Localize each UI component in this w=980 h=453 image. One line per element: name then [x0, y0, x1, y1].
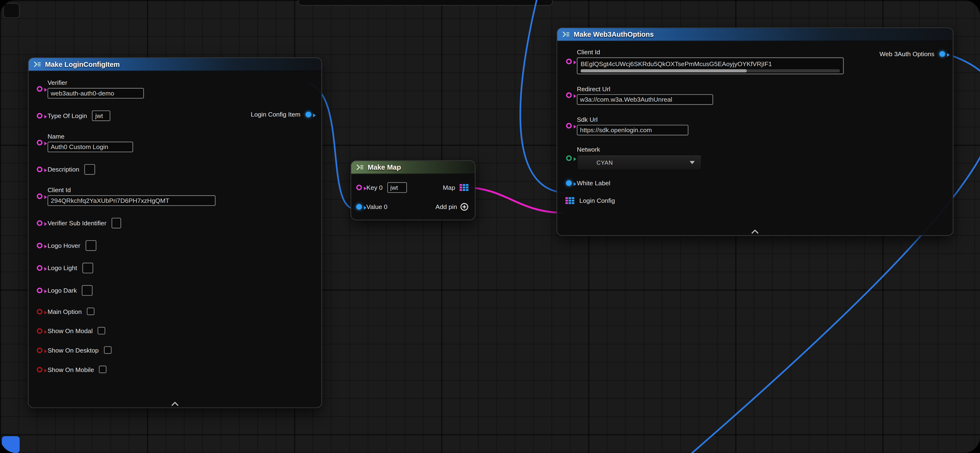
add-pin-button[interactable]: Add pin — [436, 203, 468, 211]
field-label: Redirect Url — [577, 86, 713, 92]
field-label: Sdk Url — [577, 116, 688, 123]
field-login-config: Login Config — [565, 197, 953, 204]
make-map-icon — [356, 163, 364, 171]
client-id-input[interactable] — [48, 195, 215, 206]
field-label: Login Config — [579, 197, 615, 204]
pin-name[interactable] — [37, 140, 43, 146]
field-main-option: Main Option — [37, 307, 321, 315]
pin-key-0[interactable] — [356, 185, 362, 190]
node-make-web3authoptions[interactable]: Make Web3AuthOptions Web 3Auth Options C… — [557, 27, 953, 236]
node-title: Make LoginConfigItem — [45, 60, 120, 68]
node-make-map[interactable]: Make Map Key 0 Map Value 0 Add pin — [350, 160, 476, 220]
description-input[interactable] — [84, 164, 95, 175]
field-show-on-desktop: Show On Desktop — [37, 346, 321, 354]
pin-client-id[interactable] — [566, 59, 572, 65]
field-label: Key 0 — [366, 184, 383, 191]
field-verifier: Verifier — [37, 79, 321, 98]
field-name: Name — [37, 133, 321, 152]
field-logo-light: Logo Light — [37, 263, 321, 273]
verifier-input[interactable] — [48, 88, 144, 98]
graph-canvas[interactable]: Make LoginConfigItem Login Config Item V… — [0, 0, 980, 453]
pin-logo-dark[interactable] — [37, 288, 43, 293]
field-label: Logo Dark — [48, 287, 76, 294]
field-label: Main Option — [48, 308, 81, 315]
field-label: Verifier — [48, 79, 144, 86]
sdk-url-input[interactable] — [577, 125, 688, 136]
make-struct-icon — [34, 60, 41, 68]
field-redirect-url: Redirect Url — [566, 86, 953, 105]
redirect-url-input[interactable] — [577, 94, 713, 105]
field-label: Show On Desktop — [48, 347, 99, 353]
pin-redirect-url[interactable] — [566, 92, 572, 98]
pin-value-0[interactable] — [356, 204, 362, 210]
make-struct-icon — [562, 30, 570, 38]
field-sdk-url: Sdk Url — [566, 116, 953, 136]
field-network: Network CYAN — [566, 146, 953, 170]
network-selected-value: CYAN — [597, 160, 690, 166]
main-option-checkbox[interactable] — [87, 307, 94, 315]
logo-light-input[interactable] — [82, 263, 93, 273]
chevron-down-icon — [690, 161, 695, 164]
field-client-id: Client Id — [37, 187, 321, 206]
field-label: Name — [48, 133, 133, 140]
client-id-input[interactable]: BEglQSgt4cUWcj6SKRdu5QkOXTsePmMcusG5EAoy… — [577, 57, 844, 74]
field-label: Logo Hover — [48, 242, 80, 249]
show-on-mobile-checkbox[interactable] — [99, 366, 107, 373]
field-label: Type Of Login — [48, 112, 87, 119]
pin-login-config-map[interactable] — [565, 197, 574, 204]
pin-show-on-desktop[interactable] — [37, 347, 43, 353]
logo-dark-input[interactable] — [82, 285, 92, 296]
field-logo-dark: Logo Dark — [37, 285, 321, 296]
field-label: Client Id — [577, 49, 844, 55]
field-description: Description — [37, 164, 321, 175]
map-row-key: Key 0 Map — [351, 182, 475, 193]
pin-white-label[interactable] — [566, 180, 572, 186]
output-pin-map[interactable] — [460, 184, 468, 191]
type-of-login-input[interactable] — [92, 111, 111, 121]
show-on-modal-checkbox[interactable] — [98, 327, 105, 334]
output-pin-label: Map — [443, 184, 455, 191]
key-0-input[interactable] — [387, 182, 407, 193]
pin-sdk-url[interactable] — [566, 123, 572, 129]
field-label: Network — [577, 146, 702, 153]
field-label: Logo Light — [48, 265, 77, 271]
node-header[interactable]: Make Map — [351, 161, 475, 174]
network-dropdown[interactable]: CYAN — [577, 155, 702, 170]
collapse-button[interactable] — [171, 402, 179, 406]
name-input[interactable] — [48, 142, 133, 152]
node-title: Make Web3AuthOptions — [574, 30, 654, 38]
pin-show-on-mobile[interactable] — [37, 366, 43, 372]
field-client-id: Client Id BEglQSgt4cUWcj6SKRdu5QkOXTsePm… — [566, 49, 953, 74]
show-on-desktop-checkbox[interactable] — [103, 346, 111, 354]
field-label: Value 0 — [366, 204, 388, 211]
pin-network[interactable] — [566, 155, 572, 161]
horizontal-scrollbar[interactable] — [581, 69, 840, 72]
field-label: White Label — [577, 180, 610, 187]
wire-map-to-login-config[interactable] — [465, 187, 564, 213]
node-make-loginconfigitem[interactable]: Make LoginConfigItem Login Config Item V… — [28, 57, 322, 408]
plus-circle-icon — [460, 203, 468, 211]
scrollbar-thumb[interactable] — [581, 69, 747, 72]
node-title: Make Map — [368, 163, 401, 171]
pin-verifier[interactable] — [37, 86, 43, 92]
blueprint-editor: Make LoginConfigItem Login Config Item V… — [0, 0, 980, 453]
node-header[interactable]: Make Web3AuthOptions — [557, 28, 953, 41]
pin-logo-hover[interactable] — [37, 242, 43, 248]
field-verifier-sub-identifier: Verifier Sub Identifier — [37, 218, 321, 228]
pin-verifier-sub-identifier[interactable] — [37, 220, 43, 226]
node-header[interactable]: Make LoginConfigItem — [29, 58, 321, 71]
pin-description[interactable] — [37, 166, 43, 172]
pin-type-of-login[interactable] — [37, 113, 43, 119]
field-show-on-mobile: Show On Mobile — [37, 366, 321, 373]
field-label: Show On Modal — [48, 327, 92, 334]
add-pin-label: Add pin — [436, 204, 457, 211]
field-show-on-modal: Show On Modal — [37, 327, 321, 334]
pin-client-id[interactable] — [37, 193, 43, 199]
field-white-label: White Label — [566, 180, 953, 187]
pin-main-option[interactable] — [37, 309, 43, 314]
verifier-sub-identifier-input[interactable] — [111, 218, 121, 228]
pin-show-on-modal[interactable] — [37, 328, 43, 334]
logo-hover-input[interactable] — [85, 240, 96, 251]
pin-logo-light[interactable] — [37, 265, 43, 271]
collapse-button[interactable] — [751, 230, 759, 234]
